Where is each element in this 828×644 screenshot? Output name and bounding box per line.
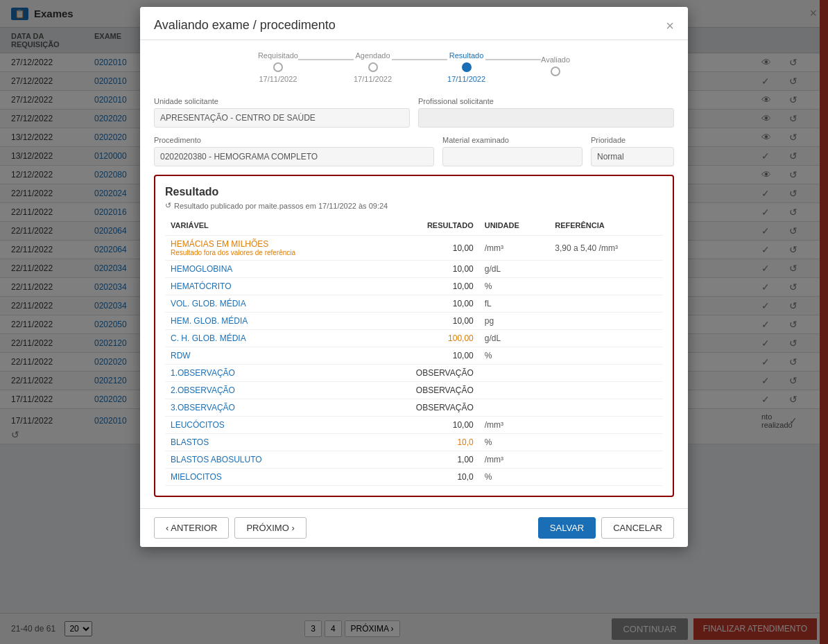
proximo-button[interactable]: PRÓXIMO › xyxy=(234,517,306,539)
col-referencia: REFERÊNCIA xyxy=(549,218,663,236)
result-variavel: 3.OBSERVAÇÃO xyxy=(165,399,374,417)
result-value: 10,00 xyxy=(374,278,479,295)
col-unidade: UNIDADE xyxy=(479,218,549,236)
result-variavel: HEMOGLOBINA xyxy=(165,261,374,278)
step-line-2 xyxy=(392,59,447,60)
footer-right: SALVAR CANCELAR xyxy=(538,517,674,539)
step-agendado-label: Agendado xyxy=(355,51,390,60)
step-line-1 xyxy=(298,59,354,60)
result-reference xyxy=(549,365,663,382)
result-row: BLASTOS10,0% xyxy=(165,434,663,451)
form-row-1: Unidade solicitante Profissional solicit… xyxy=(154,97,674,128)
form-group-prioridade: Prioridade xyxy=(591,136,674,166)
result-reference xyxy=(549,382,663,399)
result-row: 1.OBSERVAÇÃOOBSERVAÇÃO xyxy=(165,365,663,382)
results-table: VARIÁVEL RESULTADO UNIDADE REFERÊNCIA HE… xyxy=(165,218,663,486)
result-variavel: RDW xyxy=(165,347,374,365)
result-unit: % xyxy=(479,434,549,451)
result-value: 10,00 xyxy=(374,313,479,330)
prioridade-input[interactable] xyxy=(591,147,674,166)
result-variavel: 1.OBSERVAÇÃO xyxy=(165,365,374,382)
profissional-label: Profissional solicitante xyxy=(418,97,674,105)
result-row: BLASTOS ABOSULUTO1,00/mm³ xyxy=(165,451,663,469)
result-value: 10,0 xyxy=(374,469,479,486)
material-label: Material examinado xyxy=(442,136,583,144)
step-requisitado: Requisitado 17/11/2022 xyxy=(258,51,298,83)
result-unit: g/dL xyxy=(479,330,549,347)
modal-body: Requisitado 17/11/2022 Agendado 17/11/20… xyxy=(140,40,688,508)
result-row: VOL. GLOB. MÉDIA10,00fL xyxy=(165,295,663,313)
cancelar-button[interactable]: CANCELAR xyxy=(601,517,674,539)
unidade-input[interactable] xyxy=(154,108,410,128)
result-unit: % xyxy=(479,347,549,365)
step-resultado-date: 17/11/2022 xyxy=(447,75,485,83)
result-unit xyxy=(479,382,549,399)
modal-close-button[interactable]: × xyxy=(666,19,674,33)
footer-left: ‹ ANTERIOR PRÓXIMO › xyxy=(154,517,307,539)
result-variavel: BLASTOS ABOSULUTO xyxy=(165,451,374,469)
result-unit: /mm³ xyxy=(479,236,549,261)
result-variavel: HEMATÓCRITO xyxy=(165,278,374,295)
material-input[interactable] xyxy=(442,147,583,166)
procedimento-input[interactable] xyxy=(154,147,434,166)
result-row: HEMATÓCRITO10,00% xyxy=(165,278,663,295)
result-value: 10,0 xyxy=(374,434,479,451)
col-resultado: RESULTADO xyxy=(374,218,479,236)
result-unit xyxy=(479,365,549,382)
result-reference xyxy=(549,469,663,486)
step-avaliado-label: Avaliado xyxy=(541,55,570,64)
step-resultado: Resultado 17/11/2022 xyxy=(447,51,485,83)
step-agendado: Agendado 17/11/2022 xyxy=(354,51,392,83)
resultado-box: Resultado ↺ Resultado publicado por mait… xyxy=(154,175,674,497)
result-unit xyxy=(479,399,549,417)
result-reference xyxy=(549,295,663,313)
result-note: Resultado fora dos valores de referência xyxy=(171,249,368,256)
resultado-meta: ↺ Resultado publicado por maite.passos e… xyxy=(165,201,663,210)
meta-text: Resultado publicado por maite.passos em … xyxy=(174,202,388,210)
profissional-input[interactable] xyxy=(418,108,674,128)
result-row: LEUCÓCITOS10,00/mm³ xyxy=(165,417,663,434)
result-reference xyxy=(549,451,663,469)
step-requisitado-label: Requisitado xyxy=(258,51,298,60)
result-reference xyxy=(549,313,663,330)
stepper: Requisitado 17/11/2022 Agendado 17/11/20… xyxy=(154,51,674,83)
result-unit: % xyxy=(479,278,549,295)
result-reference xyxy=(549,434,663,451)
procedimento-label: Procedimento xyxy=(154,136,434,144)
result-reference xyxy=(549,417,663,434)
salvar-button[interactable]: SALVAR xyxy=(538,517,596,539)
result-variavel: VOL. GLOB. MÉDIA xyxy=(165,295,374,313)
result-variavel: BLASTOS xyxy=(165,434,374,451)
modal-title: Avaliando exame / procedimento xyxy=(154,18,336,33)
result-value: 10,00 xyxy=(374,295,479,313)
step-requisitado-circle xyxy=(273,62,283,72)
result-unit: /mm³ xyxy=(479,451,549,469)
result-variavel: HEM. GLOB. MÉDIA xyxy=(165,313,374,330)
modal: Avaliando exame / procedimento × Requisi… xyxy=(140,7,688,547)
step-line-3 xyxy=(485,59,541,60)
result-unit: fL xyxy=(479,295,549,313)
unidade-label: Unidade solicitante xyxy=(154,97,410,105)
result-value: OBSERVAÇÃO xyxy=(374,365,479,382)
step-requisitado-date: 17/11/2022 xyxy=(259,75,297,83)
result-row: HEMÁCIAS EM MILHÕESResultado fora dos va… xyxy=(165,236,663,261)
result-reference: 3,90 a 5,40 /mm³ xyxy=(549,236,663,261)
form-row-2: Procedimento Material examinado Priorida… xyxy=(154,136,674,166)
prioridade-label: Prioridade xyxy=(591,136,674,144)
modal-footer: ‹ ANTERIOR PRÓXIMO › SALVAR CANCELAR xyxy=(140,508,688,547)
result-row: MIELOCITOS10,0% xyxy=(165,469,663,486)
anterior-button[interactable]: ‹ ANTERIOR xyxy=(154,517,229,539)
result-variavel: LEUCÓCITOS xyxy=(165,417,374,434)
step-avaliado-circle xyxy=(551,67,560,76)
modal-overlay: Avaliando exame / procedimento × Requisi… xyxy=(0,0,828,644)
result-unit: pg xyxy=(479,313,549,330)
result-value: 10,00 xyxy=(374,417,479,434)
form-group-unidade: Unidade solicitante xyxy=(154,97,410,128)
meta-icon: ↺ xyxy=(165,201,171,210)
modal-header: Avaliando exame / procedimento × xyxy=(140,7,688,40)
result-row: RDW10,00% xyxy=(165,347,663,365)
result-value: OBSERVAÇÃO xyxy=(374,399,479,417)
result-reference xyxy=(549,278,663,295)
step-resultado-label: Resultado xyxy=(449,51,484,60)
form-group-profissional: Profissional solicitante xyxy=(418,97,674,128)
